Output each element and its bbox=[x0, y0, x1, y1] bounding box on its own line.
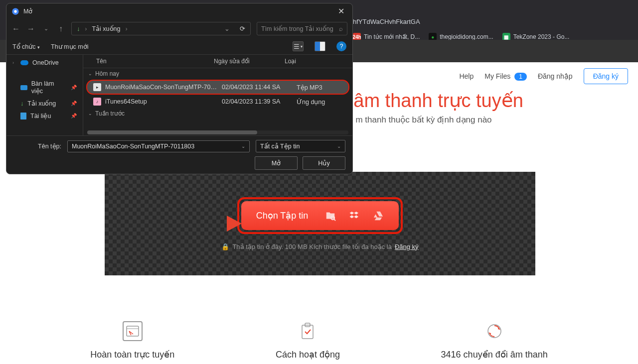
file-date: 02/04/2023 11:44 SA bbox=[222, 84, 293, 91]
filename-value: MuonRoiMaSaoCon-SonTungMTP-7011803 bbox=[72, 143, 194, 150]
arrow-annotation-icon bbox=[184, 206, 244, 241]
nav-myfiles[interactable]: My Files 1 bbox=[484, 72, 527, 80]
drop-hint-signup-link[interactable]: Đăng ký bbox=[395, 243, 419, 250]
browser-icon bbox=[123, 321, 143, 341]
refresh-icon[interactable]: ⟳ bbox=[240, 25, 245, 32]
dropbox-icon[interactable] bbox=[349, 210, 360, 221]
google-drive-icon[interactable] bbox=[373, 210, 384, 221]
dialog-title: Mở bbox=[23, 7, 32, 15]
myfiles-badge: 1 bbox=[514, 73, 527, 81]
file-row[interactable]: ▸ MuonRoiMaSaoCon-SonTungMTP-70118... 02… bbox=[86, 80, 349, 95]
file-type: Tệp MP3 bbox=[297, 84, 343, 91]
organize-menu[interactable]: Tổ chức ▾ bbox=[12, 43, 40, 50]
help-icon[interactable]: ? bbox=[336, 41, 346, 51]
file-row[interactable]: ♪ iTunes64Setup 02/04/2023 11:39 SA Ứng … bbox=[83, 95, 352, 108]
close-icon[interactable]: ✕ bbox=[335, 6, 347, 16]
dialog-footer: Tên tệp: MuonRoiMaSaoCon-SonTungMTP-7011… bbox=[6, 136, 352, 174]
download-icon: ↓ bbox=[20, 100, 23, 107]
dialog-titlebar[interactable]: Mở ✕ bbox=[6, 3, 352, 19]
nav-help[interactable]: Help bbox=[459, 72, 474, 80]
sidebar-item-desktop[interactable]: Bàn làm việc 📌 bbox=[6, 78, 83, 97]
nav-login[interactable]: Đăng nhập bbox=[538, 72, 573, 80]
horizontal-scrollbar[interactable] bbox=[87, 130, 348, 134]
dialog-body: › OneDrive Bàn làm việc 📌 ↓ Tải xuống 📌 bbox=[6, 54, 352, 136]
group-today[interactable]: ⌄ Hôm nay bbox=[83, 68, 352, 79]
search-input[interactable]: Tìm kiếm trong Tải xuống ⌕ bbox=[257, 22, 347, 35]
dialog-sidebar: › OneDrive Bàn làm việc 📌 ↓ Tải xuống 📌 bbox=[6, 55, 83, 135]
col-date[interactable]: Ngày sửa đổi bbox=[214, 58, 285, 65]
app-file-icon: ♪ bbox=[93, 98, 101, 106]
new-folder-button[interactable]: Thư mục mới bbox=[51, 43, 88, 50]
svg-point-7 bbox=[14, 10, 16, 12]
chevron-down-icon[interactable]: ⌄ bbox=[337, 143, 341, 149]
breadcrumb[interactable]: Tải xuống bbox=[92, 25, 120, 32]
file-list-area: Tên Ngày sửa đổi Loại ⌄ Hôm nay ▸ MuonRo… bbox=[83, 55, 352, 135]
file-type: Ứng dụng bbox=[297, 98, 347, 106]
nav-myfiles-label: My Files bbox=[484, 72, 510, 80]
sidebar-item-label: Tải xuống bbox=[27, 100, 56, 107]
refresh-icon bbox=[484, 321, 504, 341]
chrome-icon bbox=[11, 7, 19, 15]
group-label: Hôm nay bbox=[95, 70, 119, 77]
up-icon[interactable]: ↑ bbox=[56, 24, 65, 33]
pin-icon: 📌 bbox=[71, 85, 77, 90]
svg-rect-1 bbox=[127, 326, 139, 336]
file-type-filter[interactable]: Tất cả Tệp tin ⌄ bbox=[256, 140, 345, 152]
chevron-down-icon[interactable]: ⌄ bbox=[224, 25, 230, 32]
file-open-dialog: Mở ✕ ← → ⌄ ↑ ↓ › Tải xuống › ⌄ ⟳ Tìm kiế… bbox=[6, 3, 353, 174]
drop-area[interactable]: Chọn Tập tin 🔒 Thả tập tin ở đây. 100 MB… bbox=[105, 172, 535, 275]
feature-count: 3416 chuyển đổi âm thanh bbox=[441, 321, 548, 360]
sidebar-item-label: OneDrive bbox=[32, 59, 59, 66]
file-date: 02/04/2023 11:39 SA bbox=[222, 98, 293, 105]
forward-icon[interactable]: → bbox=[26, 24, 35, 33]
downloads-arrow-icon: ↓ bbox=[77, 25, 80, 32]
lock-icon: 🔒 bbox=[221, 243, 229, 250]
bookmark-label: Tin tức mới nhất, D... bbox=[364, 33, 420, 40]
chevron-down-icon[interactable]: ⌄ bbox=[241, 143, 245, 149]
drop-hint-text: Thả tập tin ở đây. 100 MB Kích thước fil… bbox=[232, 243, 392, 250]
chevron-down-icon[interactable]: ⌄ bbox=[41, 25, 50, 32]
feature-how: Cách hoạt động bbox=[276, 321, 340, 360]
choose-file-wrap: Chọn Tập tin bbox=[237, 197, 403, 234]
group-label: Tuần trước bbox=[95, 110, 125, 117]
clipboard-icon bbox=[298, 321, 318, 341]
view-list-icon[interactable]: ☰▾ bbox=[293, 41, 304, 51]
search-placeholder: Tìm kiếm trong Tải xuống bbox=[261, 25, 333, 32]
choose-file-icons bbox=[325, 210, 384, 221]
features: Hoàn toàn trực tuyến Cách hoạt động 3416… bbox=[0, 321, 638, 360]
back-icon[interactable]: ← bbox=[11, 24, 20, 33]
open-button[interactable]: Mở bbox=[255, 156, 298, 170]
signup-button[interactable]: Đăng ký bbox=[584, 68, 628, 84]
feature-online: Hoàn toàn trực tuyến bbox=[90, 321, 174, 360]
col-type[interactable]: Loại bbox=[285, 58, 346, 65]
feature-title: Hoàn toàn trực tuyến bbox=[90, 349, 174, 360]
pin-icon: 📌 bbox=[71, 101, 77, 106]
group-lastweek[interactable]: ⌄ Tuần trước bbox=[83, 108, 352, 119]
search-icon: ⌕ bbox=[339, 25, 343, 32]
feature-title: Cách hoạt động bbox=[276, 349, 340, 360]
chevron-right-icon: › bbox=[12, 60, 16, 65]
cancel-button[interactable]: Hủy bbox=[303, 156, 345, 170]
column-headers[interactable]: Tên Ngày sửa đổi Loại bbox=[83, 55, 352, 68]
pin-icon: 📌 bbox=[71, 113, 77, 119]
filter-value: Tất cả Tệp tin bbox=[260, 142, 300, 150]
sidebar-item-documents[interactable]: Tài liệu 📌 bbox=[6, 110, 83, 122]
sidebar-item-label: Tài liệu bbox=[30, 112, 51, 120]
col-name[interactable]: Tên bbox=[96, 58, 214, 65]
filename-input[interactable]: MuonRoiMaSaoCon-SonTungMTP-7011803 ⌄ bbox=[67, 140, 250, 152]
chevron-down-icon: ⌄ bbox=[88, 71, 92, 76]
filename-label: Tên tệp: bbox=[13, 142, 61, 150]
sidebar-item-onedrive[interactable]: › OneDrive bbox=[6, 57, 83, 69]
url-bar[interactable]: hfYTdWaCHvhFkartGA bbox=[353, 18, 632, 25]
desktop-icon bbox=[20, 85, 27, 90]
address-bar[interactable]: ↓ › Tải xuống › ⌄ ⟳ bbox=[71, 22, 251, 35]
preview-pane-icon[interactable] bbox=[315, 41, 325, 51]
chevron-down-icon: ⌄ bbox=[88, 111, 92, 116]
choose-file-button[interactable]: Chọn Tập tin bbox=[241, 201, 399, 230]
svg-point-5 bbox=[488, 325, 501, 338]
folder-search-icon[interactable] bbox=[325, 210, 336, 221]
sidebar-item-downloads[interactable]: ↓ Tải xuống 📌 bbox=[6, 97, 83, 110]
dialog-toolbar: Tổ chức ▾ Thư mục mới ☰▾ ? bbox=[6, 38, 352, 54]
bookmark-label: TekZone 2023 - Go... bbox=[513, 33, 570, 40]
sidebar-item-label: Bàn làm việc bbox=[31, 80, 67, 95]
